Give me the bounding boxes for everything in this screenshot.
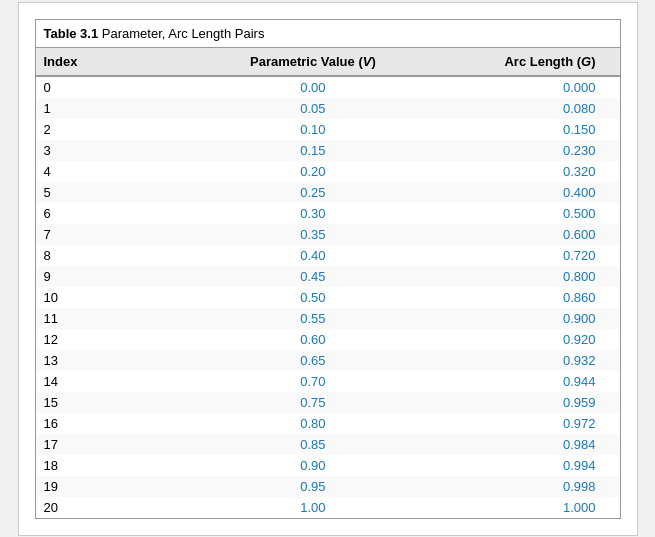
cell-arc: 0.400 [415,182,619,203]
col-param-header: Parametric Value (V) [211,48,415,76]
table-caption-text: Parameter, Arc Length Pairs [98,26,264,41]
page-wrapper: Table 3.1 Parameter, Arc Length Pairs In… [18,2,638,536]
cell-param: 0.65 [211,350,415,371]
cell-param: 0.55 [211,308,415,329]
cell-index: 6 [36,203,211,224]
cell-arc: 0.944 [415,371,619,392]
cell-param: 0.95 [211,476,415,497]
table-row: 20.100.150 [36,119,620,140]
cell-index: 4 [36,161,211,182]
table-row: 90.450.800 [36,266,620,287]
cell-arc: 0.998 [415,476,619,497]
cell-index: 7 [36,224,211,245]
table-row: 80.400.720 [36,245,620,266]
cell-arc: 0.984 [415,434,619,455]
col-arc-header: Arc Length (G) [415,48,619,76]
cell-index: 1 [36,98,211,119]
cell-arc: 0.932 [415,350,619,371]
table-body: 00.000.00010.050.08020.100.15030.150.230… [36,76,620,518]
cell-arc: 0.720 [415,245,619,266]
cell-arc: 0.500 [415,203,619,224]
cell-arc: 0.972 [415,413,619,434]
cell-index: 15 [36,392,211,413]
table-row: 70.350.600 [36,224,620,245]
cell-arc: 0.860 [415,287,619,308]
cell-arc: 0.959 [415,392,619,413]
cell-param: 1.00 [211,497,415,518]
cell-arc: 0.920 [415,329,619,350]
arc-italic-g: G [581,54,591,69]
cell-arc: 1.000 [415,497,619,518]
cell-param: 0.35 [211,224,415,245]
cell-index: 5 [36,182,211,203]
table-label: Table 3.1 [44,26,99,41]
table-row: 201.001.000 [36,497,620,518]
table-row: 120.600.920 [36,329,620,350]
table-row: 180.900.994 [36,455,620,476]
cell-arc: 0.080 [415,98,619,119]
table-row: 40.200.320 [36,161,620,182]
cell-param: 0.90 [211,455,415,476]
cell-param: 0.00 [211,76,415,98]
cell-index: 10 [36,287,211,308]
cell-param: 0.60 [211,329,415,350]
cell-arc: 0.900 [415,308,619,329]
table-row: 00.000.000 [36,76,620,98]
cell-index: 14 [36,371,211,392]
cell-arc: 0.800 [415,266,619,287]
table-row: 30.150.230 [36,140,620,161]
cell-index: 11 [36,308,211,329]
cell-index: 19 [36,476,211,497]
cell-param: 0.40 [211,245,415,266]
cell-arc: 0.320 [415,161,619,182]
table-row: 10.050.080 [36,98,620,119]
cell-param: 0.85 [211,434,415,455]
table-row: 170.850.984 [36,434,620,455]
table-row: 160.800.972 [36,413,620,434]
table-row: 100.500.860 [36,287,620,308]
cell-index: 12 [36,329,211,350]
cell-param: 0.50 [211,287,415,308]
cell-arc: 0.994 [415,455,619,476]
cell-index: 20 [36,497,211,518]
cell-param: 0.45 [211,266,415,287]
cell-param: 0.30 [211,203,415,224]
cell-arc: 0.230 [415,140,619,161]
cell-param: 0.10 [211,119,415,140]
cell-param: 0.20 [211,161,415,182]
table-header-row: Index Parametric Value (V) Arc Length (G… [36,48,620,76]
cell-index: 13 [36,350,211,371]
cell-arc: 0.600 [415,224,619,245]
cell-index: 17 [36,434,211,455]
cell-arc: 0.150 [415,119,619,140]
cell-index: 0 [36,76,211,98]
cell-index: 16 [36,413,211,434]
cell-index: 9 [36,266,211,287]
cell-param: 0.75 [211,392,415,413]
table-row: 60.300.500 [36,203,620,224]
cell-param: 0.25 [211,182,415,203]
cell-index: 3 [36,140,211,161]
cell-param: 0.70 [211,371,415,392]
cell-param: 0.15 [211,140,415,161]
table-row: 110.550.900 [36,308,620,329]
cell-param: 0.80 [211,413,415,434]
data-table: Index Parametric Value (V) Arc Length (G… [36,48,620,518]
table-row: 130.650.932 [36,350,620,371]
table-container: Table 3.1 Parameter, Arc Length Pairs In… [35,19,621,519]
table-caption: Table 3.1 Parameter, Arc Length Pairs [36,20,620,48]
cell-arc: 0.000 [415,76,619,98]
col-index-header: Index [36,48,211,76]
table-row: 150.750.959 [36,392,620,413]
cell-index: 8 [36,245,211,266]
cell-param: 0.05 [211,98,415,119]
table-row: 140.700.944 [36,371,620,392]
table-row: 190.950.998 [36,476,620,497]
param-italic-v: V [363,54,372,69]
cell-index: 18 [36,455,211,476]
table-row: 50.250.400 [36,182,620,203]
cell-index: 2 [36,119,211,140]
